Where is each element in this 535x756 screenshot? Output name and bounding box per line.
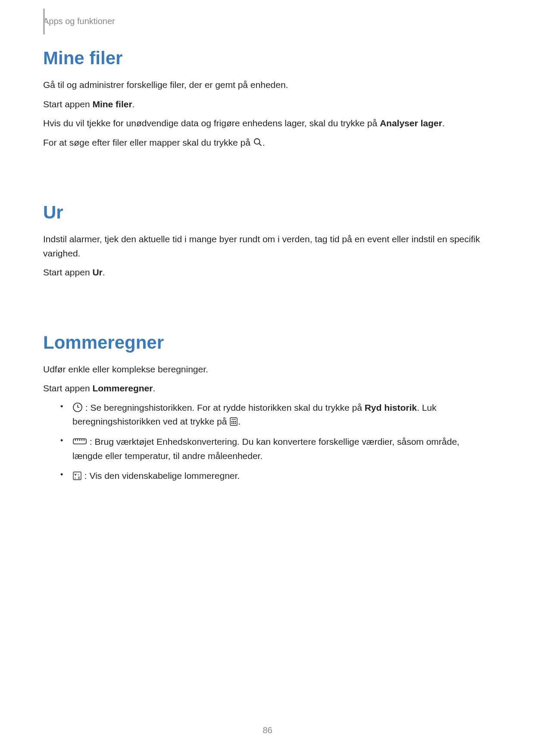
svg-point-8: [233, 421, 234, 422]
text-span: .: [442, 118, 445, 128]
scientific-calc-icon: π e: [72, 471, 82, 481]
text-span: Start appen: [43, 267, 92, 277]
text-span: .: [103, 267, 105, 277]
keypad-icon: [229, 417, 238, 426]
header-rule-decoration: [43, 9, 45, 34]
list-item: π e : Vis den videnskabelige lommeregner…: [60, 469, 492, 483]
body-text: Indstil alarmer, tjek den aktuelle tid i…: [43, 232, 492, 260]
svg-point-9: [235, 421, 236, 422]
svg-point-12: [235, 423, 236, 424]
bold-text: Ryd historik: [365, 403, 417, 412]
text-span: .: [238, 416, 241, 426]
manual-page: Apps og funktioner Mine filer Gå til og …: [0, 0, 535, 756]
heading-lommeregner: Lommeregner: [43, 332, 492, 353]
svg-text:π: π: [78, 473, 79, 476]
svg-text:e: e: [75, 477, 76, 479]
svg-point-10: [232, 423, 232, 424]
bold-text: Analyser lager: [380, 118, 442, 128]
ruler-icon: [72, 437, 87, 446]
svg-point-11: [233, 423, 234, 424]
list-item: : Se beregningshistorikken. For at rydde…: [60, 401, 492, 429]
list-item: : Brug værktøjet Enhedskonvertering. Du …: [60, 435, 492, 463]
breadcrumb: Apps og funktioner: [43, 16, 492, 26]
svg-point-0: [254, 139, 260, 144]
bullet-list: : Se beregningshistorikken. For at rydde…: [43, 401, 492, 483]
heading-ur: Ur: [43, 202, 492, 223]
body-text: Start appen Lommeregner.: [43, 381, 492, 396]
text-span: : Vis den videnskabelige lommeregner.: [82, 471, 240, 481]
svg-line-1: [259, 144, 261, 146]
body-text: Gå til og administrer forskellige filer,…: [43, 78, 492, 92]
bold-text: Ur: [92, 267, 102, 277]
search-icon: [253, 137, 263, 147]
body-text: Start appen Mine filer.: [43, 97, 492, 112]
body-text: Start appen Ur.: [43, 266, 492, 280]
body-text: For at søge efter filer eller mapper ska…: [43, 136, 492, 150]
bold-text: Mine filer: [92, 99, 132, 109]
body-text: Hvis du vil tjekke for unødvendige data …: [43, 116, 492, 131]
text-span: Hvis du vil tjekke for unødvendige data …: [43, 118, 380, 128]
text-span: .: [132, 99, 135, 109]
text-span: Start appen: [43, 383, 92, 393]
text-span: .: [263, 137, 265, 147]
svg-point-7: [232, 421, 232, 422]
page-number: 86: [0, 725, 535, 735]
text-span: Start appen: [43, 99, 92, 109]
text-span: : Se beregningshistorikken. For at rydde…: [83, 403, 365, 412]
text-span: : Brug værktøjet Enhedskonvertering. Du …: [72, 437, 460, 461]
heading-mine-filer: Mine filer: [43, 48, 492, 69]
bold-text: Lommeregner: [92, 383, 153, 393]
body-text: Udfør enkle eller komplekse beregninger.: [43, 362, 492, 377]
clock-icon: [72, 402, 83, 412]
text-span: .: [153, 383, 155, 393]
text-span: For at søge efter filer eller mapper ska…: [43, 137, 253, 147]
